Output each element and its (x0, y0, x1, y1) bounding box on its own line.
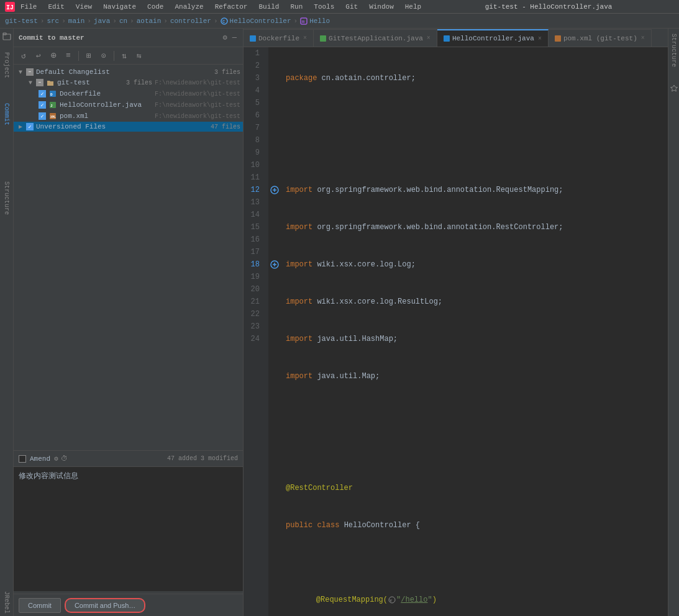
unversioned-count: 47 files (211, 124, 240, 130)
dockerfile-row[interactable]: ✓ D Dockerfile F:\newideawork\git-test (14, 88, 243, 99)
amend-checkbox[interactable] (19, 455, 26, 463)
code-line-4: import org.springframework.web.bind.anno… (286, 184, 668, 196)
tab-hellocontroller[interactable]: HelloController.java × (437, 29, 549, 47)
menu-item-run[interactable]: Run (288, 2, 304, 12)
commit-bottom: Amend ⚙ ⏱ 47 added 3 modified Commit Com… (14, 450, 243, 616)
jrebel-side-label[interactable]: JRebel (2, 589, 11, 616)
menu-item-refactor[interactable]: Refactor (213, 2, 250, 12)
code-editor[interactable]: 1 2 3 4 5 6 7 8 9 10 11 12 13 14 15 16 1… (244, 47, 668, 616)
tab-pom[interactable]: pom.xml (git-test) × (549, 29, 652, 47)
amend-icons: ⚙ ⏱ (54, 455, 68, 463)
changelist-checkbox[interactable]: – (26, 68, 34, 76)
breadcrumb-item[interactable]: controller (170, 17, 211, 25)
changelist-row[interactable]: ▼ – Default Changelist 3 files (14, 67, 243, 77)
unversioned-name: Unversioned Files (36, 123, 208, 130)
hellocontroller-checkbox[interactable]: ✓ (39, 101, 46, 109)
menu-item-view[interactable]: View (74, 2, 94, 12)
eye-icon[interactable]: ⊙ (98, 50, 110, 62)
unversioned-checkbox[interactable]: ✓ (26, 123, 34, 130)
menu-item-window[interactable]: Window (367, 2, 396, 12)
tab-hellocontroller-label: HelloController.java (452, 35, 534, 42)
breadcrumb-item[interactable]: cn (119, 17, 127, 25)
breadcrumb-item[interactable]: git-test (5, 17, 38, 25)
menu-bar[interactable]: const menuData = JSON.parse(document.get… (19, 2, 423, 12)
svg-rect-14 (250, 35, 256, 42)
code-line-2 (286, 109, 668, 122)
pom-tab-icon (555, 35, 561, 42)
menu-item-navigate[interactable]: Navigate (101, 2, 138, 12)
menu-item-help[interactable]: Help (403, 2, 423, 12)
menu-item-analyze[interactable]: Analyze (173, 2, 205, 12)
favorites-right-tab[interactable] (669, 82, 679, 97)
toolbar-sep-1 (78, 51, 79, 61)
group-icon[interactable]: ⇆ (133, 50, 145, 62)
amend-bar: Amend ⚙ ⏱ 47 added 3 modified (14, 451, 243, 467)
breadcrumb-item[interactable]: aotain (137, 17, 162, 25)
git-test-row[interactable]: ▼ – git-test 3 files F:\newideawork\git-… (14, 77, 243, 88)
hellocontroller-path: F:\newideawork\git-test (155, 102, 240, 109)
breadcrumb-item[interactable]: src (47, 17, 59, 25)
project-tab-icon[interactable] (1, 31, 12, 42)
amend-settings-icon[interactable]: ⚙ (54, 455, 58, 463)
gutter (268, 47, 281, 616)
menu-item-edit[interactable]: Edit (46, 2, 66, 12)
grid-icon[interactable]: ⊞ (83, 50, 95, 62)
list-icon[interactable]: ≡ (62, 50, 75, 62)
sort-icon[interactable]: ⇅ (118, 50, 130, 62)
add-icon[interactable]: ⊕ (47, 50, 60, 62)
editor-area: Dockerfile × GitTestApplication.java × H… (244, 29, 668, 616)
code-line-13: public class HelloController { (286, 519, 668, 532)
project-side-label[interactable]: Project (2, 50, 11, 81)
breadcrumb-method[interactable]: Hello (309, 17, 330, 25)
right-side-tabs: Structure (668, 29, 679, 616)
settings-icon[interactable]: ⚙ (222, 32, 229, 43)
breadcrumb-item[interactable]: java (94, 17, 110, 25)
undo-icon[interactable]: ↩ (32, 50, 45, 62)
commit-side-label[interactable]: Commit (2, 101, 11, 128)
amend-left: Amend ⚙ ⏱ (19, 455, 68, 463)
commit-panel-title: Commit to master (19, 34, 84, 42)
tab-gittestapp[interactable]: GitTestApplication.java × (314, 29, 437, 47)
menu-item-build[interactable]: Build (257, 2, 281, 12)
commit-panel-header: Commit to master ⚙ — (14, 29, 243, 47)
request-mapping-icon: ∨ (388, 596, 396, 604)
pom-row[interactable]: ✓ XML pom.xml F:\newideawork\git-test (14, 111, 243, 122)
structure-right-tab[interactable]: Structure (669, 31, 678, 70)
hellocontroller-name: HelloController.java (60, 101, 152, 109)
tab-dockerfile[interactable]: Dockerfile × (244, 29, 314, 47)
git-test-checkbox[interactable]: – (36, 79, 43, 86)
svg-rect-16 (444, 35, 450, 42)
dockerfile-checkbox[interactable]: ✓ (39, 90, 46, 97)
structure-side-label[interactable]: Structure (2, 179, 11, 217)
tab-gittestapp-close[interactable]: × (427, 35, 431, 42)
app-logo: IJ (5, 2, 15, 12)
amend-clock-icon[interactable]: ⏱ (61, 455, 68, 463)
line-numbers: 1 2 3 4 5 6 7 8 9 10 11 12 13 14 15 16 1… (244, 47, 268, 616)
code-line-14 (286, 556, 668, 569)
tab-gittestapp-label: GitTestApplication.java (329, 35, 423, 42)
commit-button[interactable]: Commit (19, 598, 61, 613)
tab-pom-close[interactable]: × (641, 35, 645, 42)
tab-hellocontroller-close[interactable]: × (538, 35, 542, 42)
menu-item-file[interactable]: File (19, 2, 39, 12)
pom-checkbox[interactable]: ✓ (39, 112, 46, 120)
svg-text:XML: XML (50, 116, 56, 119)
refresh-icon[interactable]: ↺ (17, 50, 30, 62)
code-content[interactable]: package cn.aotain.controller; import org… (281, 47, 668, 616)
menu-item-code[interactable]: Code (145, 2, 165, 12)
code-line-1: package cn.aotain.controller; (286, 72, 668, 84)
git-test-folder-name: git-test (57, 79, 124, 86)
hellocontroller-row[interactable]: ✓ J HelloController.java F:\newideawork\… (14, 99, 243, 111)
menu-item-tools[interactable]: Tools (312, 2, 336, 12)
minimize-icon[interactable]: — (231, 32, 238, 43)
commit-push-button[interactable]: Commit and Push… (65, 598, 145, 613)
breadcrumb-controller[interactable]: HelloController (230, 17, 291, 25)
unversioned-row[interactable]: ▶ ✓ Unversioned Files 47 files (14, 122, 243, 132)
code-line-5: import org.springframework.web.bind.anno… (286, 221, 668, 233)
commit-message-input[interactable] (14, 467, 243, 591)
breadcrumb-item[interactable]: main (68, 17, 84, 25)
menu-item-git[interactable]: Git (344, 2, 360, 12)
svg-rect-17 (555, 35, 561, 42)
svg-text:D: D (50, 93, 53, 97)
tab-dockerfile-close[interactable]: × (303, 35, 307, 42)
